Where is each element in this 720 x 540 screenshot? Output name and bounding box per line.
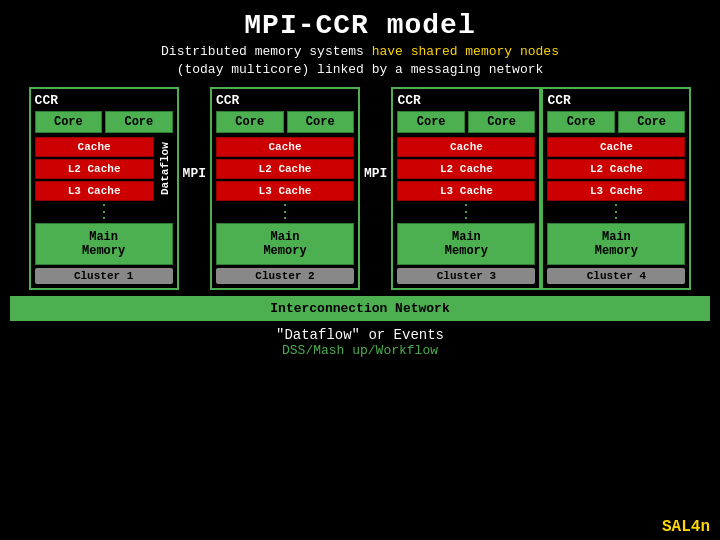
- cluster-badge-2: Cluster 2: [216, 268, 354, 284]
- l2cache-3: L2 Cache: [397, 159, 535, 179]
- cluster-1: CCR Core Core Cache L2 Cache L3 Cache Da…: [29, 87, 179, 290]
- dataflow-label-1: Dataflow: [157, 137, 173, 201]
- l3cache-3: L3 Cache: [397, 181, 535, 201]
- core-1-2: Core: [105, 111, 173, 133]
- core-4-2: Core: [618, 111, 686, 133]
- main-memory-4: MainMemory: [547, 223, 685, 265]
- core-2-1: Core: [216, 111, 284, 133]
- cache-section-2: Cache L2 Cache L3 Cache: [216, 137, 354, 201]
- cores-row-2: Core Core: [216, 111, 354, 133]
- interconnect-bar: Interconnection Network: [10, 296, 710, 321]
- dashed-connector-4: ⋮: [547, 203, 685, 221]
- subtitle-line1: Distributed memory systems: [161, 44, 372, 59]
- cluster-badge-3: Cluster 3: [397, 268, 535, 284]
- l3cache-2: L3 Cache: [216, 181, 354, 201]
- main-memory-2: MainMemory: [216, 223, 354, 265]
- title: MPI-CCR model: [0, 0, 720, 41]
- cluster-3: CCR Core Core Cache L2 Cache L3 Cache ⋮ …: [391, 87, 541, 290]
- bottom-text: "Dataflow" or Events DSS/Mash up/Workflo…: [0, 327, 720, 358]
- cache-section-1: Cache L2 Cache L3 Cache Dataflow: [35, 137, 173, 201]
- core-3-2: Core: [468, 111, 536, 133]
- mpi-label-2: MPI: [360, 166, 391, 181]
- cache-boxes-4: Cache L2 Cache L3 Cache: [547, 137, 685, 201]
- dashed-connector-3: ⋮: [397, 203, 535, 221]
- cache-3: Cache: [397, 137, 535, 157]
- cache-boxes-1: Cache L2 Cache L3 Cache: [35, 137, 154, 201]
- l3cache-4: L3 Cache: [547, 181, 685, 201]
- ccr-label-3: CCR: [397, 93, 535, 108]
- sal-logo: SAL4n: [662, 518, 710, 536]
- bottom-line1: "Dataflow" or Events: [0, 327, 720, 343]
- cores-row-3: Core Core: [397, 111, 535, 133]
- dashed-connector-2: ⋮: [216, 203, 354, 221]
- ccr-label-4: CCR: [547, 93, 685, 108]
- core-4-1: Core: [547, 111, 615, 133]
- l2cache-4: L2 Cache: [547, 159, 685, 179]
- subtitle-line2: (today multicore) linked by a messaging …: [177, 62, 544, 77]
- cluster-2: CCR Core Core Cache L2 Cache L3 Cache ⋮ …: [210, 87, 360, 290]
- subtitle-highlight: have shared memory nodes: [372, 44, 559, 59]
- cache-boxes-3: Cache L2 Cache L3 Cache: [397, 137, 535, 201]
- l3cache-1: L3 Cache: [35, 181, 154, 201]
- l2cache-1: L2 Cache: [35, 159, 154, 179]
- cache-section-4: Cache L2 Cache L3 Cache: [547, 137, 685, 201]
- main-memory-3: MainMemory: [397, 223, 535, 265]
- clusters-wrapper: CCR Core Core Cache L2 Cache L3 Cache Da…: [0, 87, 720, 290]
- cache-4: Cache: [547, 137, 685, 157]
- dashed-connector-1: ⋮: [35, 203, 173, 221]
- core-1-1: Core: [35, 111, 103, 133]
- l2cache-2: L2 Cache: [216, 159, 354, 179]
- cache-2: Cache: [216, 137, 354, 157]
- ccr-label-1: CCR: [35, 93, 173, 108]
- cache-section-3: Cache L2 Cache L3 Cache: [397, 137, 535, 201]
- bottom-line2: DSS/Mash up/Workflow: [0, 343, 720, 358]
- ccr-label-2: CCR: [216, 93, 354, 108]
- subtitle: Distributed memory systems have shared m…: [0, 43, 720, 79]
- core-3-1: Core: [397, 111, 465, 133]
- main-memory-1: MainMemory: [35, 223, 173, 265]
- cores-row-4: Core Core: [547, 111, 685, 133]
- mpi-label-1: MPI: [179, 166, 210, 181]
- cluster-badge-4: Cluster 4: [547, 268, 685, 284]
- cores-row-1: Core Core: [35, 111, 173, 133]
- cache-1: Cache: [35, 137, 154, 157]
- cluster-badge-1: Cluster 1: [35, 268, 173, 284]
- cluster-4: CCR Core Core Cache L2 Cache L3 Cache ⋮ …: [541, 87, 691, 290]
- cache-boxes-2: Cache L2 Cache L3 Cache: [216, 137, 354, 201]
- core-2-2: Core: [287, 111, 355, 133]
